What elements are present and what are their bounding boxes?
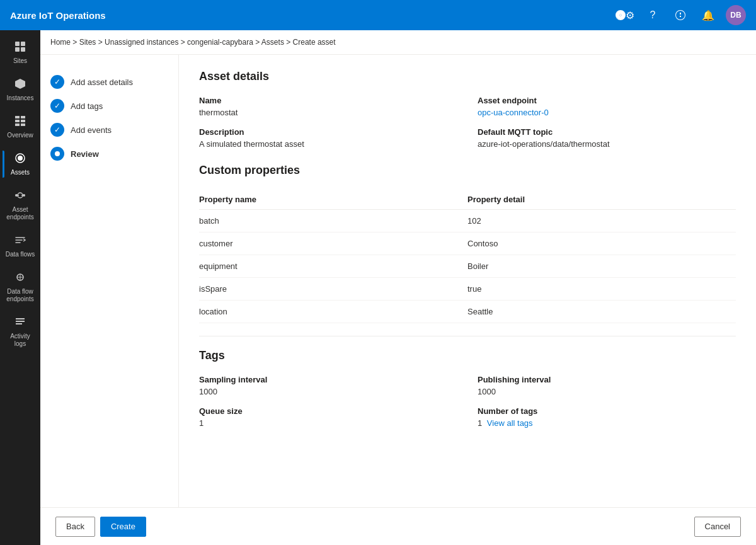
tags-title: Tags bbox=[199, 349, 736, 362]
number-of-tags-label: Number of tags bbox=[478, 406, 736, 416]
sidebar: Sites Instances Overview Assets Asset en… bbox=[0, 30, 40, 545]
app-title: Azure IoT Operations bbox=[10, 10, 615, 21]
svg-rect-3 bbox=[21, 47, 25, 52]
custom-properties-table: Property name Property detail batch102cu… bbox=[199, 190, 736, 323]
svg-rect-10 bbox=[21, 123, 25, 126]
step-circle-1: ✓ bbox=[50, 75, 64, 89]
table-row: customerContoso bbox=[199, 232, 736, 255]
prop-detail-cell: 102 bbox=[467, 210, 736, 232]
sidebar-item-data-flow-endpoints[interactable]: Data flow endpoints bbox=[3, 266, 38, 308]
page-wrapper: ✓ Add asset details ✓ Add tags ✓ Add eve… bbox=[40, 55, 756, 507]
sidebar-item-activity-logs[interactable]: Activity logs bbox=[3, 311, 38, 353]
settings-icon[interactable]: ⚙ bbox=[615, 5, 635, 25]
sidebar-label-instances: Instances bbox=[7, 95, 34, 102]
prop-detail-cell: Boiler bbox=[467, 255, 736, 278]
publishing-interval-label: Publishing interval bbox=[478, 375, 736, 384]
prop-detail-cell: Seattle bbox=[467, 301, 736, 323]
prop-detail-cell: true bbox=[467, 278, 736, 301]
field-sampling-interval: Sampling interval 1000 bbox=[199, 375, 457, 396]
table-row: batch102 bbox=[199, 210, 736, 232]
sidebar-item-data-flows[interactable]: Data flows bbox=[3, 229, 38, 263]
col-header-name: Property name bbox=[199, 190, 467, 210]
step-add-events[interactable]: ✓ Add events bbox=[50, 118, 168, 142]
svg-rect-9 bbox=[15, 123, 20, 126]
tags-count: 1 bbox=[478, 418, 482, 428]
sidebar-label-assets: Assets bbox=[11, 169, 30, 176]
svg-rect-2 bbox=[15, 47, 20, 52]
sidebar-label-overview: Overview bbox=[7, 132, 33, 139]
sidebar-item-overview[interactable]: Overview bbox=[3, 110, 38, 144]
form-content: Asset details Name thermostat Asset endp… bbox=[179, 55, 756, 507]
step-label-1: Add asset details bbox=[71, 77, 133, 87]
step-dot bbox=[55, 151, 60, 156]
table-row: equipmentBoiler bbox=[199, 255, 736, 278]
svg-rect-7 bbox=[15, 120, 20, 122]
steps-panel: ✓ Add asset details ✓ Add tags ✓ Add eve… bbox=[40, 55, 179, 507]
number-of-tags-value: 1 View all tags bbox=[478, 418, 736, 428]
avatar[interactable]: DB bbox=[726, 5, 746, 25]
prop-detail-cell: Contoso bbox=[467, 232, 736, 255]
svg-marker-4 bbox=[15, 79, 25, 89]
sites-icon bbox=[14, 40, 26, 55]
sampling-interval-label: Sampling interval bbox=[199, 375, 457, 384]
feedback-icon[interactable] bbox=[670, 5, 690, 25]
section-divider bbox=[199, 336, 736, 336]
sidebar-label-data-flow-endpoints: Data flow endpoints bbox=[5, 288, 35, 303]
view-all-tags-link[interactable]: View all tags bbox=[487, 418, 533, 428]
field-description: Description A simulated thermostat asset bbox=[199, 127, 457, 149]
svg-rect-0 bbox=[15, 42, 20, 46]
breadcrumb-text: Home > Sites > Unassigned instances > co… bbox=[50, 38, 336, 47]
main-layout: Sites Instances Overview Assets Asset en… bbox=[0, 30, 756, 545]
publishing-interval-value: 1000 bbox=[478, 387, 736, 396]
step-circle-4 bbox=[50, 147, 64, 161]
cancel-button[interactable]: Cancel bbox=[694, 517, 741, 537]
sidebar-label-data-flows: Data flows bbox=[6, 251, 35, 258]
step-add-tags[interactable]: ✓ Add tags bbox=[50, 94, 168, 118]
field-name: Name thermostat bbox=[199, 96, 457, 117]
tags-grid: Sampling interval 1000 Publishing interv… bbox=[199, 375, 736, 428]
field-mqtt: Default MQTT topic azure-iot-operations/… bbox=[478, 127, 736, 149]
sidebar-label-activity-logs: Activity logs bbox=[5, 333, 35, 348]
svg-rect-23 bbox=[16, 323, 22, 324]
mqtt-label: Default MQTT topic bbox=[478, 127, 736, 137]
description-label: Description bbox=[199, 127, 457, 137]
sidebar-label-sites: Sites bbox=[13, 57, 27, 65]
queue-size-label: Queue size bbox=[199, 406, 457, 416]
asset-endpoints-icon bbox=[14, 189, 26, 204]
custom-properties-title: Custom properties bbox=[199, 164, 736, 177]
svg-point-12 bbox=[18, 156, 23, 161]
footer-buttons: Back Create Cancel bbox=[55, 517, 741, 537]
sidebar-item-assets[interactable]: Assets bbox=[3, 147, 38, 181]
queue-size-value: 1 bbox=[199, 418, 457, 428]
step-circle-3: ✓ bbox=[50, 123, 64, 137]
sidebar-item-sites[interactable]: Sites bbox=[3, 35, 38, 70]
checkmark-icon-2: ✓ bbox=[54, 101, 60, 110]
sidebar-item-asset-endpoints[interactable]: Asset endpoints bbox=[3, 184, 38, 226]
field-number-of-tags: Number of tags 1 View all tags bbox=[478, 406, 736, 428]
back-button[interactable]: Back bbox=[55, 517, 95, 537]
sidebar-item-instances[interactable]: Instances bbox=[3, 72, 38, 107]
prop-name-cell: batch bbox=[199, 210, 467, 232]
endpoint-value: opc-ua-connector-0 bbox=[478, 108, 736, 117]
top-navigation: Azure IoT Operations ⚙ ? 🔔 DB bbox=[0, 0, 756, 30]
data-flows-icon bbox=[14, 234, 26, 248]
help-icon[interactable]: ? bbox=[643, 5, 663, 25]
breadcrumb: Home > Sites > Unassigned instances > co… bbox=[40, 30, 756, 55]
mqtt-value: azure-iot-operations/data/thermostat bbox=[478, 139, 736, 149]
svg-point-14 bbox=[15, 194, 18, 197]
notification-icon[interactable]: 🔔 bbox=[698, 5, 718, 25]
create-button[interactable]: Create bbox=[100, 517, 146, 537]
svg-rect-22 bbox=[16, 321, 25, 322]
description-value: A simulated thermostat asset bbox=[199, 139, 457, 149]
field-endpoint: Asset endpoint opc-ua-connector-0 bbox=[478, 96, 736, 117]
svg-rect-1 bbox=[21, 42, 25, 46]
svg-rect-8 bbox=[21, 120, 25, 122]
svg-point-15 bbox=[23, 194, 25, 197]
step-review[interactable]: Review bbox=[50, 142, 168, 166]
footer-bar: Back Create Cancel bbox=[40, 507, 756, 545]
step-add-asset-details[interactable]: ✓ Add asset details bbox=[50, 70, 168, 94]
step-label-3: Add events bbox=[71, 125, 112, 135]
prop-name-cell: customer bbox=[199, 232, 467, 255]
field-publishing-interval: Publishing interval 1000 bbox=[478, 375, 736, 396]
activity-logs-icon bbox=[14, 316, 26, 330]
